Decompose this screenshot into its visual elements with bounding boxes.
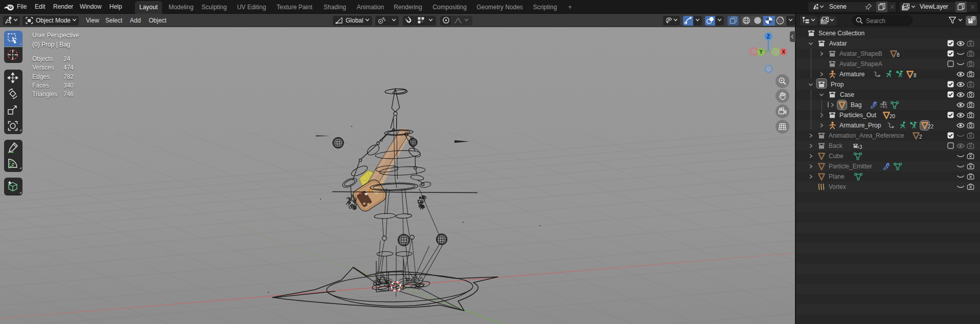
- svg-text:Z: Z: [767, 34, 770, 39]
- svg-text:X: X: [782, 49, 785, 55]
- svg-text:Y: Y: [759, 49, 763, 55]
